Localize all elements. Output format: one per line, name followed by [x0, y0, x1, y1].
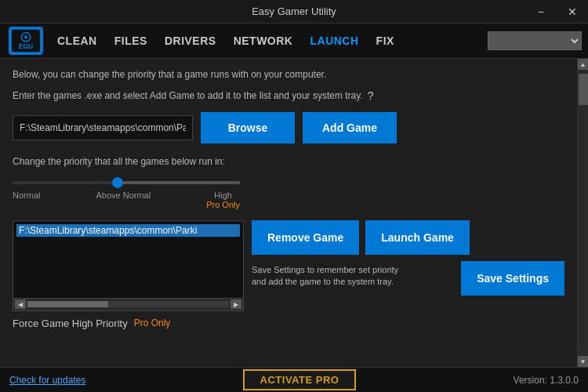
- activate-pro-button[interactable]: ACTIVATE PRO: [243, 369, 357, 390]
- nav-item-network[interactable]: NETWORK: [226, 30, 301, 52]
- scroll-track: [27, 301, 229, 307]
- navbar: EGU CLEAN FILES DRIVERS NETWORK LAUNCH F…: [0, 24, 588, 59]
- scrollbar-track: [578, 70, 589, 356]
- help-icon[interactable]: ?: [368, 89, 374, 102]
- force-priority-row: Force Game High Priority Pro Only: [13, 318, 564, 329]
- slider-above-normal-label: Above Normal: [96, 191, 151, 209]
- game-list[interactable]: F:\SteamLibrary\steamapps\common\Parki: [13, 220, 244, 299]
- game-list-container: F:\SteamLibrary\steamapps\common\Parki ◀…: [13, 220, 244, 311]
- footer: Check for updates ACTIVATE PRO Version: …: [0, 367, 588, 392]
- remove-game-button[interactable]: Remove Game: [252, 220, 359, 255]
- main-content: Below, you can change the priority that …: [0, 59, 577, 367]
- nav-item-files[interactable]: FILES: [107, 30, 155, 52]
- svg-point-2: [24, 35, 27, 38]
- nav-item-fix[interactable]: FIX: [368, 30, 402, 52]
- save-settings-button[interactable]: Save Settings: [461, 261, 564, 296]
- nav-item-drivers[interactable]: DRIVERS: [157, 30, 224, 52]
- logo-icon: EGU: [10, 27, 42, 54]
- content-wrapper: Below, you can change the priority that …: [0, 59, 588, 367]
- scrollbar-right: ▲ ▼: [577, 59, 588, 367]
- slider-labels: Normal Above Normal High Pro Only: [13, 191, 240, 209]
- launch-game-button[interactable]: Launch Game: [365, 220, 470, 255]
- game-section: F:\SteamLibrary\steamapps\common\Parki ◀…: [13, 220, 564, 311]
- nav-items: CLEAN FILES DRIVERS NETWORK LAUNCH FIX: [49, 30, 488, 52]
- priority-section: Change the priority that all the games b…: [13, 156, 564, 209]
- window-title: Easy Gamer Utility: [252, 5, 336, 17]
- enter-text: Enter the games .exe and select Add Game…: [13, 89, 363, 103]
- nav-item-launch[interactable]: LAUNCH: [302, 30, 366, 52]
- save-row: Save Settings to remember set priority a…: [252, 261, 564, 296]
- scroll-down-arrow[interactable]: ▼: [578, 356, 589, 367]
- svg-text:EGU: EGU: [19, 42, 34, 50]
- info-text: Below, you can change the priority that …: [13, 68, 564, 82]
- game-right-panel: Remove Game Launch Game Save Settings to…: [252, 220, 564, 311]
- titlebar: Easy Gamer Utility − ✕: [0, 0, 588, 24]
- logo: EGU: [6, 25, 45, 56]
- window-controls: − ✕: [525, 0, 588, 24]
- force-priority-label: Force Game High Priority: [13, 318, 128, 329]
- browse-button[interactable]: Browse: [201, 112, 295, 143]
- force-pro-tag: Pro Only: [134, 318, 171, 328]
- nav-item-clean[interactable]: CLEAN: [49, 30, 105, 52]
- game-action-buttons: Remove Game Launch Game: [252, 220, 564, 255]
- game-list-scrollbar: ◀ ▶: [13, 299, 244, 311]
- logo-inner: EGU: [9, 27, 43, 55]
- scroll-up-arrow[interactable]: ▲: [578, 59, 589, 70]
- nav-dropdown[interactable]: [488, 31, 582, 50]
- pro-only-label: Pro Only: [206, 200, 240, 209]
- input-row: Browse Add Game: [13, 112, 564, 143]
- priority-slider[interactable]: [13, 181, 240, 184]
- close-button[interactable]: ✕: [557, 0, 588, 24]
- check-updates-button[interactable]: Check for updates: [9, 375, 85, 386]
- scroll-left-arrow[interactable]: ◀: [15, 299, 26, 309]
- game-path-input[interactable]: [13, 115, 193, 140]
- scroll-thumb: [27, 301, 108, 307]
- enter-text-row: Enter the games .exe and select Add Game…: [13, 89, 564, 103]
- version-label: Version: 1.3.0.0: [514, 375, 579, 386]
- minimize-button[interactable]: −: [525, 0, 557, 24]
- slider-wrapper: [13, 173, 564, 187]
- add-game-button[interactable]: Add Game: [303, 112, 397, 143]
- scroll-right-arrow[interactable]: ▶: [230, 299, 241, 309]
- slider-high-label: High Pro Only: [206, 191, 240, 209]
- scrollbar-thumb: [579, 74, 588, 105]
- save-info: Save Settings to remember set priority a…: [252, 261, 401, 289]
- game-list-item[interactable]: F:\SteamLibrary\steamapps\common\Parki: [16, 224, 240, 237]
- priority-label: Change the priority that all the games b…: [13, 156, 564, 167]
- slider-normal-label: Normal: [13, 191, 40, 209]
